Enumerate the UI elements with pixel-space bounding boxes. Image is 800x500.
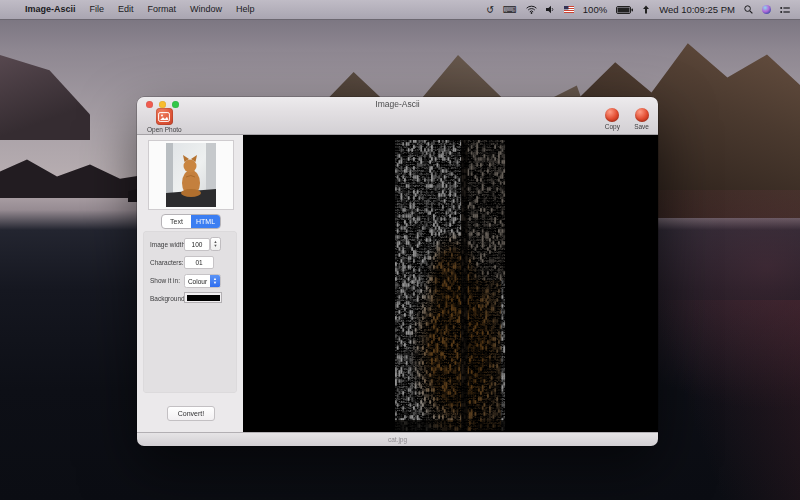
app-window: Image-Ascii Open Photo Copy Save	[137, 97, 658, 446]
ascii-art-block: +%=░*=::▓░██░▒@▒▓*:-~▒+&█:▒-█▒~~:--~▒%█*…	[395, 140, 507, 432]
menu-help[interactable]: Help	[236, 0, 255, 19]
copy-icon	[605, 108, 619, 122]
keyboard-icon[interactable]: ⌨	[503, 0, 517, 19]
show-it-in-label: Show it in:	[150, 277, 180, 284]
time-machine-icon[interactable]: ↺	[486, 0, 494, 19]
characters-input[interactable]: 01	[184, 256, 214, 269]
screen: Image-Ascii File Edit Format Window Help…	[0, 0, 800, 500]
copy-button[interactable]: Copy	[605, 108, 620, 130]
colour-popup-value: Colour	[185, 278, 210, 285]
menu-clock[interactable]: Wed 10:09:25 PM	[659, 0, 735, 19]
background-color-well[interactable]	[184, 292, 222, 303]
convert-button[interactable]: Convert!	[167, 406, 215, 421]
menu-edit[interactable]: Edit	[118, 0, 134, 19]
loaded-filename: cat.jpg	[388, 436, 407, 443]
fast-user-switch-icon[interactable]	[642, 5, 650, 14]
window-body: Text HTML Image width: 100 ▲▼ Characters…	[137, 135, 658, 432]
background-color-swatch	[187, 295, 220, 301]
image-width-stepper[interactable]: ▲▼	[210, 237, 221, 251]
save-button[interactable]: Save	[634, 108, 649, 130]
source-image-well[interactable]	[148, 140, 234, 210]
tab-text[interactable]: Text	[162, 215, 191, 228]
menu-file[interactable]: File	[90, 0, 105, 19]
window-chrome: Image-Ascii Open Photo Copy Save	[137, 97, 658, 135]
menu-bar: Image-Ascii File Edit Format Window Help…	[0, 0, 800, 19]
menu-format[interactable]: Format	[148, 0, 177, 19]
open-photo-label: Open Photo	[147, 126, 182, 133]
show-it-in-row: Show it in: Colour ▲▼	[137, 274, 243, 286]
output-mode-segmented-control: Text HTML	[161, 214, 221, 229]
window-title: Image-Ascii	[137, 99, 658, 109]
tab-html[interactable]: HTML	[191, 215, 220, 228]
battery-percent: 100%	[583, 0, 607, 19]
input-language-flag-icon[interactable]	[564, 6, 574, 13]
volume-icon[interactable]	[546, 5, 555, 14]
save-label: Save	[634, 123, 649, 130]
copy-label: Copy	[605, 123, 620, 130]
colour-popup-button[interactable]: Colour ▲▼	[184, 274, 221, 288]
ascii-art: +%=░*=::▓░██░▒@▒▓*:-~▒+&█:▒-█▒~~:--~▒%█*…	[395, 140, 507, 431]
save-icon	[635, 108, 649, 122]
hill-left	[0, 55, 90, 140]
image-width-label: Image width:	[150, 241, 187, 248]
island-left	[0, 150, 150, 198]
background-label: Background:	[150, 295, 187, 302]
notification-center-icon[interactable]	[780, 6, 790, 14]
popup-caret-icon: ▲▼	[210, 275, 220, 287]
spotlight-search-icon[interactable]	[744, 5, 753, 14]
characters-row: Characters: 01	[137, 256, 243, 268]
siri-icon[interactable]	[762, 5, 771, 14]
menu-window[interactable]: Window	[190, 0, 222, 19]
ascii-output-canvas: +%=░*=::▓░██░▒@▒▓*:-~▒+&█:▒-█▒~~:--~▒%█*…	[243, 135, 658, 432]
cat-thumbnail	[166, 143, 216, 207]
characters-label: Characters:	[150, 259, 184, 266]
open-photo-icon	[156, 108, 173, 125]
sidebar: Text HTML Image width: 100 ▲▼ Characters…	[137, 135, 243, 432]
battery-icon[interactable]	[616, 6, 633, 14]
wifi-icon[interactable]	[526, 5, 537, 14]
image-width-input[interactable]: 100	[184, 238, 210, 251]
image-width-row: Image width: 100 ▲▼	[137, 238, 243, 250]
open-photo-button[interactable]: Open Photo	[147, 108, 182, 133]
background-row: Background:	[137, 292, 243, 304]
menu-app-name[interactable]: Image-Ascii	[25, 0, 76, 19]
menu-status-area: ↺ ⌨ 100% Wed 10:09:25 PM	[486, 0, 790, 19]
window-status-bar: cat.jpg	[137, 432, 658, 446]
